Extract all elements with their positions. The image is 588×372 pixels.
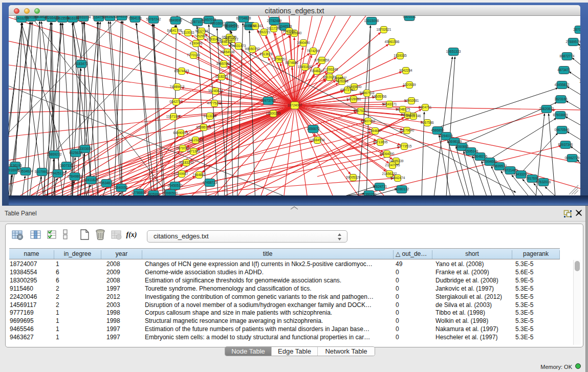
- svg-text:65648236: 65648236: [473, 155, 488, 158]
- svg-text:16117240: 16117240: [267, 27, 281, 30]
- svg-text:95931034: 95931034: [76, 16, 91, 19]
- svg-text:30391171: 30391171: [225, 25, 239, 28]
- svg-text:0842710: 0842710: [169, 100, 183, 103]
- svg-text:2870831: 2870831: [573, 28, 580, 31]
- svg-text:50643171: 50643171: [382, 102, 397, 106]
- svg-text:1656670: 1656670: [307, 127, 320, 130]
- svg-text:3518233: 3518233: [215, 75, 228, 78]
- svg-text:2004711: 2004711: [419, 105, 432, 109]
- svg-text:71093248: 71093248: [323, 68, 338, 71]
- svg-text:78820812: 78820812: [539, 107, 554, 111]
- svg-text:8267586: 8267586: [421, 121, 434, 124]
- svg-text:74989413: 74989413: [170, 85, 185, 89]
- svg-text:7594647: 7594647: [368, 129, 382, 133]
- svg-text:6025634: 6025634: [69, 151, 82, 155]
- svg-text:47468723: 47468723: [203, 181, 217, 184]
- svg-text:21456232: 21456232: [382, 172, 397, 176]
- svg-text:64641708: 64641708: [167, 29, 182, 32]
- svg-text:53767242: 53767242: [146, 17, 161, 21]
- svg-text:5310033: 5310033: [181, 31, 194, 34]
- svg-text:7770143: 7770143: [187, 53, 200, 57]
- svg-text:39005329: 39005329: [346, 176, 361, 179]
- svg-text:f​(x): f​(x): [126, 231, 137, 239]
- svg-text:36183242: 36183242: [179, 161, 194, 164]
- svg-text:1020539: 1020539: [403, 83, 416, 86]
- svg-text:12411824: 12411824: [84, 178, 99, 182]
- svg-text:94531473: 94531473: [231, 44, 246, 48]
- svg-text:10651333: 10651333: [446, 50, 461, 53]
- svg-text:78091343: 78091343: [248, 24, 263, 28]
- svg-text:69379237: 69379237: [354, 109, 368, 113]
- svg-text:1607337: 1607337: [60, 164, 73, 167]
- svg-text:35454948: 35454948: [220, 50, 235, 54]
- svg-text:0564139: 0564139: [128, 16, 142, 20]
- svg-text:4190496: 4190496: [189, 41, 203, 45]
- svg-text:80957015: 80957015: [202, 18, 216, 21]
- svg-text:88937346: 88937346: [558, 143, 573, 146]
- svg-text:1640052: 1640052: [115, 186, 128, 189]
- svg-text:15451680: 15451680: [298, 65, 313, 69]
- svg-text:15869232: 15869232: [47, 152, 62, 156]
- svg-text:7917693: 7917693: [526, 177, 539, 180]
- svg-text:4294019: 4294019: [440, 134, 453, 138]
- svg-text:36713695: 36713695: [373, 140, 388, 144]
- svg-text:43534624: 43534624: [18, 169, 33, 173]
- svg-text:93534874: 93534874: [99, 181, 114, 185]
- svg-text:18300295: 18300295: [266, 112, 281, 115]
- svg-text:20450533: 20450533: [168, 184, 183, 187]
- svg-text:9136193: 9136193: [9, 164, 22, 167]
- svg-text:7452991: 7452991: [194, 34, 207, 38]
- svg-text:5674680: 5674680: [285, 61, 298, 64]
- svg-text:18702621: 18702621: [377, 28, 391, 31]
- svg-text:51079911: 51079911: [35, 170, 50, 173]
- svg-text:8692221: 8692221: [257, 30, 271, 34]
- svg-text:47775204: 47775204: [207, 101, 222, 105]
- svg-text:22782489: 22782489: [267, 19, 282, 23]
- svg-text:27028951: 27028951: [346, 97, 361, 101]
- svg-text:3623166: 3623166: [554, 97, 568, 101]
- svg-text:99386774: 99386774: [197, 125, 211, 129]
- svg-text:4471349: 4471349: [187, 149, 200, 153]
- svg-text:62994680: 62994680: [483, 160, 497, 163]
- svg-text:7826398: 7826398: [335, 79, 349, 83]
- svg-text:11671902: 11671902: [166, 115, 181, 118]
- svg-text:45961586: 45961586: [385, 40, 400, 43]
- svg-text:63605766: 63605766: [372, 95, 387, 98]
- svg-text:0249947: 0249947: [175, 172, 188, 176]
- svg-text:02402681: 02402681: [404, 99, 419, 102]
- svg-text:13433200: 13433200: [514, 172, 529, 176]
- svg-text:3990490: 3990490: [297, 41, 310, 45]
- svg-text:58842474: 58842474: [390, 176, 405, 180]
- svg-text:99650752: 99650752: [245, 47, 260, 51]
- svg-text:58867533: 58867533: [360, 91, 375, 95]
- svg-text:06990162: 06990162: [579, 47, 580, 50]
- svg-text:19384554: 19384554: [310, 138, 325, 142]
- svg-text:4586850: 4586850: [431, 128, 444, 132]
- svg-text:34957885: 34957885: [216, 62, 231, 65]
- svg-text:49972787: 49972787: [340, 88, 355, 92]
- svg-text:28498776: 28498776: [218, 40, 233, 43]
- svg-text:9301031: 9301031: [403, 16, 416, 18]
- svg-text:06562729: 06562729: [565, 156, 580, 160]
- svg-text:43303654: 43303654: [78, 147, 93, 150]
- svg-text:1839335: 1839335: [394, 54, 407, 57]
- svg-text:8849696: 8849696: [169, 18, 182, 22]
- svg-text:38721489: 38721489: [503, 168, 518, 172]
- svg-text:7874296: 7874296: [307, 49, 320, 53]
- svg-text:72624731: 72624731: [373, 185, 387, 188]
- svg-text:35240824: 35240824: [208, 89, 223, 93]
- svg-text:30980500: 30980500: [163, 191, 178, 195]
- svg-text:67632016: 67632016: [536, 180, 551, 184]
- svg-text:53773515: 53773515: [397, 144, 412, 148]
- svg-text:74395339: 74395339: [389, 159, 404, 163]
- svg-text:87603669: 87603669: [553, 113, 568, 117]
- svg-text:4873471: 4873471: [557, 68, 571, 72]
- svg-text:44064090: 44064090: [380, 152, 395, 156]
- svg-text:86872774: 86872774: [560, 54, 575, 58]
- svg-text:9413186: 9413186: [203, 114, 216, 118]
- svg-text:20465375: 20465375: [580, 80, 580, 83]
- svg-text:55698169: 55698169: [447, 140, 462, 143]
- svg-text:71756551: 71756551: [272, 57, 287, 61]
- svg-text:27849808: 27849808: [68, 174, 82, 178]
- svg-text:8313678: 8313678: [259, 52, 273, 56]
